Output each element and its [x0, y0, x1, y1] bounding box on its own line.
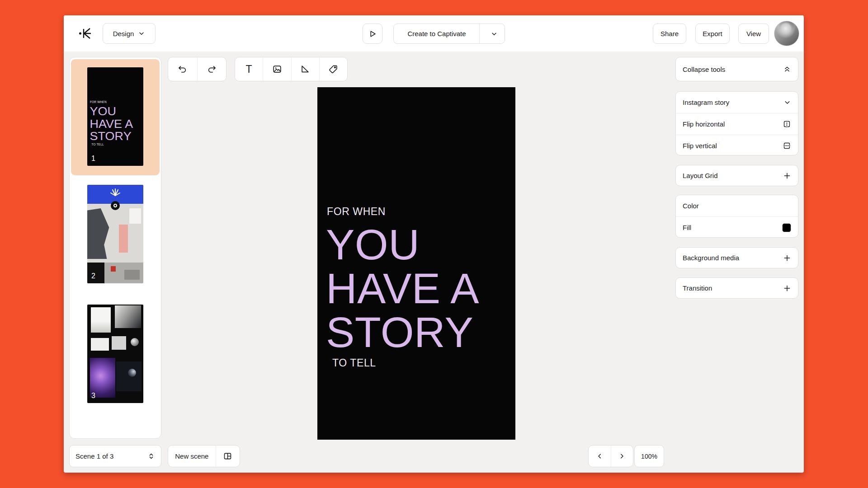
text-tool-button[interactable]: T: [235, 57, 263, 81]
story-headline-text: YOU HAVE A STORY: [90, 105, 133, 142]
design-dropdown-label: Design: [113, 30, 134, 38]
new-scene-control: New scene: [168, 445, 240, 467]
flip-horizontal-button[interactable]: Flip horizontal: [676, 113, 798, 135]
headline-line-2: HAVE A: [326, 267, 479, 310]
starburst-icon: [109, 188, 121, 197]
thumb2-target-marker: [111, 201, 120, 210]
chevron-down-icon: [491, 30, 498, 38]
format-dropdown[interactable]: Instagram story: [676, 92, 798, 113]
chevron-down-icon: [783, 99, 791, 106]
scene-thumbnail-1[interactable]: FOR WHEN YOU HAVE A STORY TO TELL 1: [87, 67, 143, 166]
export-button[interactable]: Export: [695, 23, 730, 44]
scene-selector-label: Scene 1 of 3: [75, 452, 113, 460]
tag-icon: [328, 64, 338, 74]
thumb3-card-a: [91, 307, 111, 333]
scene-layout-button[interactable]: [216, 446, 240, 467]
export-button-label: Export: [703, 30, 722, 38]
button-divider: [479, 24, 480, 43]
thumb2-figure-silhouette: [87, 208, 115, 259]
share-button[interactable]: Share: [653, 23, 686, 44]
plus-icon: [783, 172, 791, 180]
scene-1-story-preview: FOR WHEN YOU HAVE A STORY TO TELL: [87, 67, 143, 166]
format-settings-card: Instagram story Flip horizontal Flip ver…: [675, 91, 798, 155]
plus-icon: [783, 284, 791, 292]
design-dropdown[interactable]: Design: [103, 23, 156, 44]
background-media-label: Background media: [683, 254, 739, 262]
previous-scene-button[interactable]: [589, 446, 611, 467]
sticker-tool-button[interactable]: [320, 57, 347, 81]
create-dropdown-caret[interactable]: [484, 24, 505, 43]
image-tool-button[interactable]: [263, 57, 291, 81]
redo-icon: [207, 65, 217, 74]
next-scene-button[interactable]: [611, 446, 633, 467]
redo-button[interactable]: [198, 57, 226, 81]
layout-grid-button[interactable]: Layout Grid: [675, 165, 798, 186]
view-button[interactable]: View: [738, 23, 769, 44]
thumb3-moon-badge: [131, 338, 139, 346]
zoom-level-label: 100%: [641, 453, 657, 460]
scene-3-number: 3: [91, 392, 95, 400]
app-logo-icon[interactable]: [78, 27, 92, 40]
transition-label: Transition: [683, 284, 712, 292]
new-scene-label: New scene: [175, 452, 208, 460]
scene-1-number: 1: [91, 155, 95, 163]
fill-label: Fill: [683, 224, 691, 231]
desktop-background: { "topbar": { "design_label": "Design", …: [0, 0, 868, 488]
shape-tool-button[interactable]: [292, 57, 319, 81]
scene-2-number: 2: [91, 272, 95, 280]
app-window: Design Create to Captivate Share Export …: [64, 15, 804, 473]
story-tagline-text[interactable]: TO TELL: [332, 357, 376, 369]
scene-selector[interactable]: Scene 1 of 3: [69, 445, 161, 467]
thumb2-black-block: [87, 263, 104, 283]
history-toolbar: [168, 57, 226, 81]
play-button[interactable]: [363, 23, 382, 44]
background-media-button[interactable]: Background media: [675, 247, 798, 268]
canvas-artboard[interactable]: FOR WHEN YOU HAVE A STORY TO TELL: [317, 87, 515, 440]
headline-line-1: YOU: [90, 105, 133, 117]
create-to-captivate-dropdown[interactable]: Create to Captivate: [393, 23, 505, 44]
thumb2-salmon-banner: [119, 225, 128, 253]
fill-color-row[interactable]: Fill: [676, 217, 798, 238]
thumb2-red-accent: [111, 266, 116, 272]
chevron-down-icon: [138, 30, 145, 37]
new-scene-button[interactable]: New scene: [168, 446, 216, 467]
headline-line-3: STORY: [326, 310, 479, 354]
layout-grid-label: Layout Grid: [683, 172, 718, 179]
fill-color-swatch[interactable]: [782, 223, 791, 232]
flip-horizontal-label: Flip horizontal: [683, 120, 725, 128]
transition-button[interactable]: Transition: [675, 277, 798, 299]
zoom-level-indicator[interactable]: 100%: [634, 445, 664, 467]
color-section-header: Color: [676, 195, 798, 216]
scene-pager: [588, 445, 633, 467]
undo-button[interactable]: [168, 57, 197, 81]
headline-line-2: HAVE A: [90, 117, 133, 130]
story-headline-text[interactable]: YOU HAVE A STORY: [326, 223, 479, 354]
thumb3-card-d: [112, 336, 126, 350]
thumb2-gray-block: [124, 270, 140, 280]
user-avatar[interactable]: [774, 21, 799, 46]
thumb3-planet: [128, 369, 136, 377]
top-bar: Design Create to Captivate Share Export …: [64, 15, 804, 52]
triangle-shape-icon: [300, 64, 310, 74]
unfold-icon: [147, 452, 155, 460]
flip-vertical-button[interactable]: Flip vertical: [676, 135, 798, 155]
story-eyebrow-text[interactable]: FOR WHEN: [327, 206, 386, 218]
story-eyebrow-text: FOR WHEN: [90, 100, 107, 104]
chevron-right-icon: [618, 452, 626, 460]
play-icon: [368, 29, 377, 38]
text-tool-icon: T: [246, 63, 252, 75]
thumb3-card-c: [91, 338, 109, 351]
story-tagline-text: TO TELL: [91, 143, 104, 146]
thumb3-photo-card: [115, 305, 141, 328]
scenes-sidebar: FOR WHEN YOU HAVE A STORY TO TELL 1: [69, 57, 161, 439]
chevron-left-icon: [596, 452, 604, 460]
undo-icon: [178, 65, 187, 74]
scene-thumbnail-3[interactable]: 3: [87, 305, 143, 403]
view-button-label: View: [746, 30, 761, 38]
collapse-tools-button[interactable]: Collapse tools: [675, 57, 798, 81]
share-button-label: Share: [660, 30, 679, 38]
design-tools-toolbar: T: [235, 57, 348, 81]
story-frame: FOR WHEN YOU HAVE A STORY TO TELL: [317, 87, 515, 440]
scene-thumbnail-2[interactable]: 2: [87, 185, 143, 283]
flip-horizontal-icon: [783, 120, 791, 128]
